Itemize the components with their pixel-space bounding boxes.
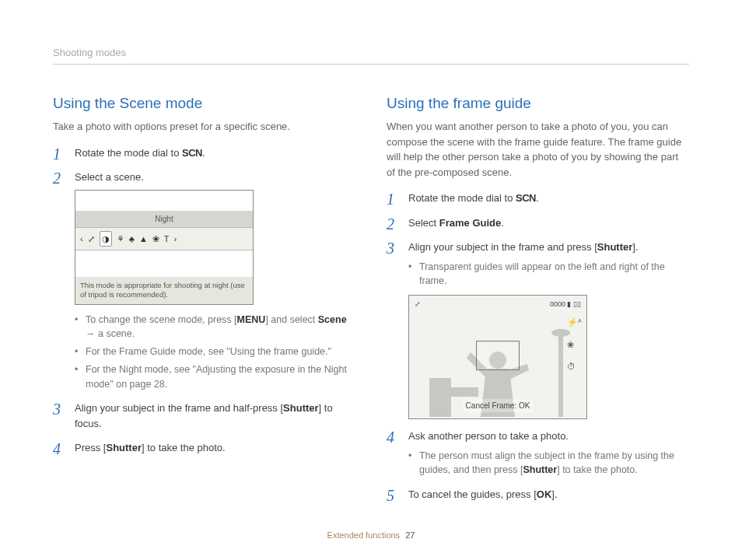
scn-icon: SCN — [182, 147, 202, 159]
nav-left-icon: ‹ — [80, 233, 83, 246]
svg-rect-0 — [558, 331, 563, 417]
fb-top-left-icon: ⤢ — [415, 299, 421, 310]
s4b: ] to take the photo. — [142, 442, 226, 453]
scene-step-3: Align your subject in the frame and half… — [53, 401, 355, 431]
shutter-label-3: Shutter — [597, 241, 633, 253]
right-column: Using the frame guide When you want anot… — [387, 93, 689, 512]
fs1a: Rotate the mode dial to — [408, 192, 516, 204]
s3a: Align your subject in the frame and half… — [75, 402, 283, 414]
scene-icon-3: ⚘ — [117, 233, 124, 246]
fb-top-right: 0000 ▮ ▯▯ — [550, 299, 581, 310]
scene-icon-1: ⤢ — [88, 233, 95, 246]
bullet-frame-guide-ref: For the Frame Guide mode, see "Using the… — [75, 345, 355, 359]
frame-guide-label: Frame Guide — [439, 217, 501, 229]
nav-right-icon: › — [174, 233, 177, 246]
scene-icon-7: T — [164, 233, 170, 246]
left-column: Using the Scene mode Take a photo with o… — [53, 93, 355, 512]
shutter-label-2: Shutter — [106, 442, 142, 453]
section-title-frame: Using the frame guide — [387, 93, 689, 115]
step1-text-b: . — [202, 147, 205, 159]
bullet-change-scene: To change the scene mode, press [MENU] a… — [75, 313, 355, 342]
fs5b: ]. — [551, 488, 557, 500]
frame-step4-bullets: The person must align the subject in the… — [408, 449, 689, 478]
b1b: ] and select — [265, 314, 317, 325]
fs4bb: ] to take the photo. — [557, 464, 638, 475]
svg-rect-2 — [429, 378, 451, 417]
frame-step-1: Rotate the mode dial to SCN. — [387, 191, 689, 206]
frame-step-2: Select Frame Guide. — [387, 215, 689, 231]
cancel-frame-label: Cancel Frame: OK — [463, 399, 534, 412]
fs4: Ask another person to take a photo. — [408, 430, 569, 442]
scene-label: Scene — [318, 314, 347, 325]
ok-label: OK — [537, 488, 552, 500]
scene-intro: Take a photo with options preset for a s… — [53, 119, 355, 135]
fs5a: To cancel the guides, press [ — [408, 488, 537, 500]
fs3b: ]. — [632, 241, 638, 253]
s4a: Press [ — [75, 442, 106, 453]
frame-guide-preview: ⤢ 0000 ▮ ▯▯ — [408, 295, 587, 419]
frame-steps: Rotate the mode dial to SCN. Select Fram… — [387, 191, 689, 502]
fs2b: . — [501, 217, 504, 229]
shutter-label: Shutter — [283, 402, 319, 414]
scene-description: This mode is appropriate for shooting at… — [75, 277, 253, 304]
frame-step3-bullets: Transparent guides will appear on the le… — [408, 260, 689, 289]
step1-text-a: Rotate the mode dial to — [75, 147, 182, 159]
scene-step-1: Rotate the mode dial to SCN. — [53, 145, 355, 161]
content-columns: Using the Scene mode Take a photo with o… — [53, 93, 689, 512]
scn-icon-2: SCN — [516, 192, 536, 204]
page-number: 27 — [405, 530, 415, 540]
fs2a: Select — [408, 217, 439, 229]
bullet-align-subject: The person must align the subject in the… — [408, 449, 689, 478]
scene-steps: Rotate the mode dial to SCN. Select a sc… — [53, 145, 355, 456]
menu-label: MENU — [237, 314, 266, 325]
scene-select-preview: Night ‹ ⤢ ◑ ⚘ ♣ ▲ ❀ T › This mode is app… — [75, 190, 254, 305]
svg-rect-3 — [451, 387, 478, 397]
breadcrumb: Shooting modes — [53, 45, 689, 65]
shutter-label-4: Shutter — [523, 464, 557, 475]
timer-icon: ⏱ — [567, 360, 582, 373]
bullet-night-ref: For the Night mode, see "Adjusting the e… — [75, 362, 355, 392]
page-footer: Extended functions 27 — [0, 529, 742, 542]
scene-icon-selected: ◑ — [100, 231, 112, 247]
footer-section: Extended functions — [327, 530, 401, 540]
b1a: To change the scene mode, press [ — [86, 314, 237, 325]
scene-step-2: Select a scene. Night ‹ ⤢ ◑ ⚘ ♣ ▲ ❀ T › — [53, 170, 355, 391]
flash-auto-icon: ⚡ᴬ — [567, 316, 582, 329]
frame-step-3: Align your subject in the frame and pres… — [387, 240, 689, 419]
frame-intro: When you want another person to take a p… — [387, 119, 689, 180]
bullet-transparent-guides: Transparent guides will appear on the le… — [408, 260, 689, 289]
section-title-scene: Using the Scene mode — [53, 93, 355, 115]
scene-icon-6: ❀ — [152, 233, 159, 246]
scene-step-4: Press [Shutter] to take the photo. — [53, 440, 355, 456]
scene-sub-bullets: To change the scene mode, press [MENU] a… — [75, 313, 355, 392]
focus-rectangle — [476, 341, 520, 370]
macro-icon: ❀ — [567, 338, 582, 352]
scene-icon-4: ♣ — [129, 233, 135, 246]
scene-icon-strip: ‹ ⤢ ◑ ⚘ ♣ ▲ ❀ T › — [75, 227, 253, 251]
frame-step-4: Ask another person to take a photo. The … — [387, 429, 689, 478]
b1c: → a scene. — [86, 328, 135, 339]
frame-step-5: To cancel the guides, press [OK]. — [387, 487, 689, 502]
fs1b: . — [536, 192, 539, 204]
scene-name-label: Night — [75, 211, 253, 227]
fs3a: Align your subject in the frame and pres… — [408, 241, 597, 253]
step2-text: Select a scene. — [75, 171, 144, 183]
scene-icon-5: ▲ — [139, 233, 148, 246]
